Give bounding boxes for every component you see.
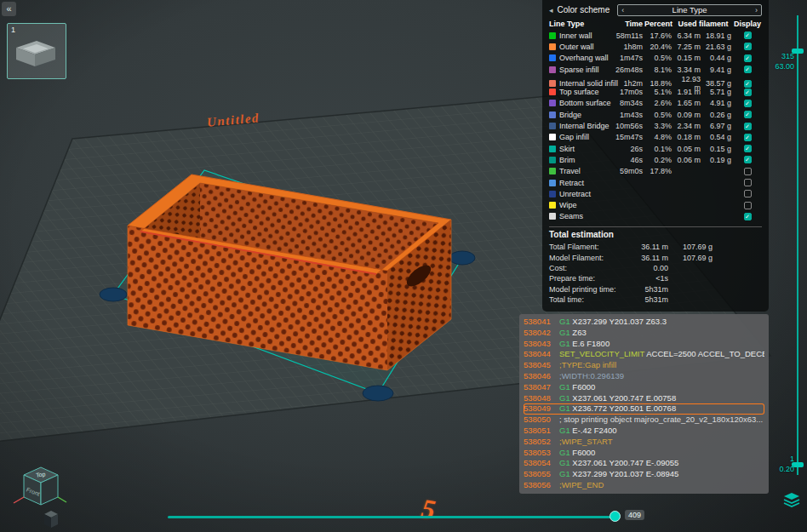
gcode-line[interactable]: 538045;TYPE:Gap infill bbox=[524, 360, 764, 371]
line-type-name: Retract bbox=[549, 179, 614, 187]
orientation-gizmo[interactable]: Top Front bbox=[3, 456, 82, 532]
line-type-percent: 3.3% bbox=[644, 122, 673, 130]
line-type-row: Seams✓ bbox=[549, 211, 762, 222]
layer-slider-track[interactable] bbox=[797, 15, 798, 475]
total-row: Total time:5h31m bbox=[549, 295, 762, 305]
color-scheme-value: Line Type bbox=[624, 5, 755, 14]
gcode-line-number: 538046 bbox=[524, 371, 559, 382]
display-checkbox[interactable]: ✓ bbox=[744, 134, 752, 141]
line-type-time: 8m34s bbox=[614, 99, 644, 107]
color-scheme-label: Color scheme bbox=[558, 5, 610, 14]
next-scheme-arrow-icon[interactable]: › bbox=[755, 5, 758, 15]
line-type-color-swatch bbox=[549, 157, 556, 163]
gcode-line[interactable]: 538044SET_VELOCITY_LIMIT ACCEL=2500 ACCE… bbox=[524, 349, 764, 360]
line-type-length: 1.91 m bbox=[673, 88, 702, 96]
display-checkbox[interactable] bbox=[744, 168, 752, 175]
gcode-line[interactable]: 538051G1 E-.42 F2400 bbox=[524, 426, 764, 437]
display-checkbox[interactable]: ✓ bbox=[744, 100, 752, 107]
gcode-line[interactable]: 538053G1 F6000 bbox=[524, 448, 764, 459]
line-type-length: 0.15 m bbox=[673, 54, 702, 62]
total-estimation-rows: Total Filament:36.11 m107.69 gModel Fila… bbox=[549, 242, 762, 305]
line-type-length: 0.05 m bbox=[673, 145, 702, 153]
plate-thumbnail[interactable]: 1 bbox=[7, 23, 66, 79]
line-type-time: 10m56s bbox=[614, 122, 644, 130]
line-type-legend-panel: ◂ Color scheme ‹ Line Type › Line Type T… bbox=[542, 0, 769, 312]
move-slider-handle[interactable] bbox=[610, 511, 621, 522]
gcode-line-number: 538042 bbox=[524, 328, 559, 339]
gcode-line[interactable]: 538041G1 X237.299 Y201.037 Z63.3 bbox=[524, 317, 764, 328]
line-type-percent: 17.6% bbox=[644, 31, 673, 40]
line-type-color-swatch bbox=[549, 100, 556, 106]
gcode-line[interactable]: 538047G1 F6000 bbox=[524, 382, 764, 393]
line-type-rows: Inner wall58m11s17.6%6.34 m18.91 g✓Outer… bbox=[549, 30, 762, 222]
line-type-percent: 17.8% bbox=[644, 167, 673, 175]
gcode-line[interactable]: 538056;WIPE_END bbox=[524, 480, 764, 491]
display-checkbox[interactable] bbox=[744, 179, 752, 186]
gcode-viewer-panel[interactable]: 538041G1 X237.299 Y201.037 Z63.3538042G1… bbox=[519, 314, 769, 494]
line-type-time: 1m47s bbox=[614, 54, 644, 62]
display-checkbox[interactable] bbox=[744, 190, 752, 197]
gcode-line-number: 538041 bbox=[524, 317, 559, 328]
col-display: Display bbox=[733, 20, 762, 28]
display-checkbox[interactable]: ✓ bbox=[744, 43, 752, 50]
total-row: Model printing time:5h31m bbox=[549, 284, 762, 295]
gcode-line[interactable]: 538055G1 X237.299 Y201.037 E-.08945 bbox=[524, 469, 764, 480]
plate-index-label: 1 bbox=[11, 26, 15, 34]
line-type-time: 46s bbox=[614, 156, 644, 164]
line-type-time: 17m0s bbox=[614, 88, 644, 96]
line-type-time: 1h2m bbox=[614, 79, 644, 88]
line-type-time: 1h8m bbox=[614, 43, 644, 51]
line-type-name: Brim bbox=[549, 156, 614, 164]
line-type-percent: 0.2% bbox=[644, 156, 673, 164]
line-type-row: Gap infill15m47s4.8%0.18 m0.54 g✓ bbox=[549, 132, 762, 143]
line-type-name: Seams bbox=[549, 212, 614, 220]
line-type-color-swatch bbox=[549, 80, 556, 87]
color-scheme-dropdown[interactable]: ‹ Line Type › bbox=[617, 4, 762, 16]
gcode-line-number: 538055 bbox=[524, 469, 559, 480]
line-type-length: 0.18 m bbox=[673, 133, 702, 141]
gcode-line-number: 538053 bbox=[524, 448, 559, 459]
chevron-left-icon[interactable]: ◂ bbox=[549, 6, 553, 14]
line-type-weight: 0.26 g bbox=[702, 111, 733, 119]
display-checkbox[interactable]: ✓ bbox=[744, 80, 752, 88]
gcode-line[interactable]: 538054G1 X237.061 Y200.747 E-.09055 bbox=[524, 458, 764, 469]
col-used-filament: Used filament bbox=[673, 20, 733, 28]
display-checkbox[interactable]: ✓ bbox=[744, 66, 752, 73]
line-type-row: Top surface17m0s5.1%1.91 m5.71 g✓ bbox=[549, 86, 762, 97]
gcode-line[interactable]: 538050; stop printing object majroo_crat… bbox=[524, 415, 764, 426]
layers-icon[interactable] bbox=[783, 492, 800, 511]
line-type-name: Sparse infill bbox=[549, 66, 614, 74]
display-checkbox[interactable]: ✓ bbox=[744, 123, 752, 130]
mini-cube-icon[interactable] bbox=[44, 511, 58, 528]
line-type-color-swatch bbox=[549, 54, 556, 61]
display-checkbox[interactable]: ✓ bbox=[744, 111, 752, 118]
col-line-type: Line Type bbox=[549, 20, 614, 28]
display-checkbox[interactable]: ✓ bbox=[744, 145, 752, 152]
display-checkbox[interactable] bbox=[744, 202, 752, 209]
line-type-row: Wipe bbox=[549, 199, 762, 210]
preview-viewport[interactable]: Untitled 5 « 1 ◂ Color scheme ‹ Line Typ… bbox=[0, 0, 807, 532]
line-type-color-swatch bbox=[549, 168, 556, 174]
gcode-line[interactable]: 538043G1 E.6 F1800 bbox=[524, 339, 764, 350]
move-slider-track[interactable] bbox=[168, 516, 619, 518]
line-type-row: Bridge1m43s0.5%0.09 m0.26 g✓ bbox=[549, 109, 762, 120]
gcode-line[interactable]: 538049G1 X236.772 Y200.501 E.00768 bbox=[524, 403, 764, 415]
gcode-line-number: 538056 bbox=[524, 480, 559, 491]
col-time: Time bbox=[614, 20, 644, 28]
total-estimation-title: Total estimation bbox=[549, 230, 762, 239]
display-checkbox[interactable]: ✓ bbox=[744, 156, 752, 163]
line-type-time: 26s bbox=[614, 145, 644, 153]
line-type-length: 1.65 m bbox=[673, 99, 702, 107]
gcode-line[interactable]: 538052;WIPE_START bbox=[524, 437, 764, 448]
line-type-name: Travel bbox=[549, 167, 614, 175]
line-type-color-swatch bbox=[549, 134, 556, 140]
line-type-length: 3.34 m bbox=[673, 66, 702, 74]
display-checkbox[interactable]: ✓ bbox=[744, 31, 752, 39]
gcode-line[interactable]: 538048G1 X237.061 Y200.747 E.00758 bbox=[524, 393, 764, 404]
gcode-line[interactable]: 538046;WIDTH:0.296139 bbox=[524, 371, 764, 382]
display-checkbox[interactable]: ✓ bbox=[744, 54, 752, 62]
display-checkbox[interactable]: ✓ bbox=[744, 213, 752, 220]
collapse-panel-icon[interactable]: « bbox=[2, 2, 16, 16]
gcode-line[interactable]: 538042G1 Z63 bbox=[524, 328, 764, 339]
display-checkbox[interactable]: ✓ bbox=[744, 89, 752, 96]
